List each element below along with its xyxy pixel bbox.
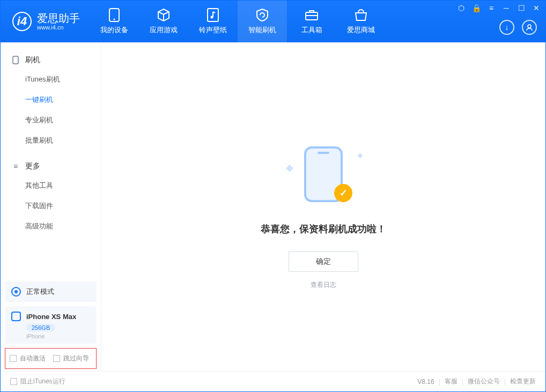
- phone-icon: [107, 8, 121, 22]
- mode-card[interactable]: 正常模式: [5, 282, 97, 302]
- svg-point-1: [114, 19, 115, 20]
- checkbox-skip-guide[interactable]: 跳过向导: [53, 354, 89, 363]
- device-icon: [11, 56, 20, 64]
- toolbox-icon: [305, 8, 319, 22]
- nav-ringtones[interactable]: 铃声壁纸: [188, 1, 238, 42]
- top-nav: 我的设备 应用游戏 铃声壁纸 智能刷机 工具箱 爱思商城: [90, 1, 386, 42]
- nav-label: 工具箱: [301, 25, 322, 35]
- mode-icon: [11, 287, 21, 297]
- nav-label: 智能刷机: [248, 25, 276, 35]
- app-logo: i4 爱思助手 www.i4.cn: [1, 12, 90, 31]
- app-site: www.i4.cn: [37, 24, 80, 31]
- nav-label: 爱思商城: [347, 25, 375, 35]
- success-illustration: ✓: [291, 144, 356, 209]
- view-log-link[interactable]: 查看日志: [311, 280, 336, 290]
- music-file-icon: [206, 8, 220, 22]
- cube-icon: [157, 8, 171, 22]
- success-message: 恭喜您，保资料刷机成功啦！: [261, 223, 386, 235]
- checkbox-auto-activate[interactable]: 自动激活: [10, 354, 46, 363]
- nav-apps-games[interactable]: 应用游戏: [139, 1, 188, 42]
- footer: 阻止iTunes运行 V8.16 | 客服 | 微信公众号 | 检查更新: [1, 371, 545, 391]
- sidebar-item-download-firmware[interactable]: 下载固件: [1, 196, 101, 216]
- sidebar: 刷机 iTunes刷机 一键刷机 专业刷机 批量刷机 ≡ 更多 其他工具 下载固…: [1, 42, 101, 371]
- menu-icon[interactable]: ≡: [486, 4, 496, 12]
- group-title: 刷机: [25, 55, 40, 65]
- main-content: ✓ 恭喜您，保资料刷机成功啦！ 确定 查看日志: [101, 42, 545, 371]
- nav-label: 应用游戏: [150, 25, 178, 35]
- window-controls: ⬡ 🔒 ≡ ─ ☐ ✕: [456, 4, 541, 12]
- mode-label: 正常模式: [26, 287, 54, 297]
- footer-link-update[interactable]: 检查更新: [510, 377, 536, 386]
- download-icon[interactable]: ↓: [499, 20, 514, 35]
- sidebar-item-itunes-flash[interactable]: iTunes刷机: [1, 69, 101, 90]
- device-capacity: 256GB: [26, 324, 55, 331]
- store-icon: [354, 8, 368, 22]
- shirt-icon[interactable]: ⬡: [456, 4, 466, 12]
- list-icon: ≡: [11, 162, 20, 171]
- device-card[interactable]: iPhone XS Max 256GB iPhone: [5, 306, 97, 344]
- sidebar-item-other-tools[interactable]: 其他工具: [1, 175, 101, 196]
- checkmark-badge-icon: ✓: [334, 184, 352, 202]
- device-name: iPhone XS Max: [26, 313, 76, 321]
- device-type: iPhone: [26, 333, 90, 339]
- sidebar-item-pro-flash[interactable]: 专业刷机: [1, 110, 101, 130]
- lock-icon[interactable]: 🔒: [471, 4, 481, 12]
- minimize-button[interactable]: ─: [501, 4, 511, 12]
- sidebar-item-oneclick-flash[interactable]: 一键刷机: [1, 90, 101, 110]
- nav-store[interactable]: 爱思商城: [336, 1, 386, 42]
- header: i4 爱思助手 www.i4.cn 我的设备 应用游戏 铃声壁纸 智能刷机 工具…: [1, 1, 545, 42]
- sidebar-group-more[interactable]: ≡ 更多: [1, 157, 101, 175]
- close-button[interactable]: ✕: [532, 4, 541, 12]
- nav-toolbox[interactable]: 工具箱: [287, 1, 336, 42]
- app-name: 爱思助手: [37, 12, 80, 24]
- svg-point-6: [528, 25, 531, 28]
- svg-point-3: [211, 16, 213, 19]
- footer-link-support[interactable]: 客服: [445, 377, 458, 386]
- user-icon[interactable]: [522, 20, 537, 35]
- header-right-icons: ↓: [499, 20, 537, 35]
- nav-label: 铃声壁纸: [199, 25, 227, 35]
- group-title: 更多: [25, 161, 40, 171]
- refresh-shield-icon: [255, 8, 269, 22]
- sidebar-group-flash[interactable]: 刷机: [1, 51, 101, 69]
- maximize-button[interactable]: ☐: [517, 4, 526, 12]
- footer-link-wechat[interactable]: 微信公众号: [468, 377, 500, 386]
- svg-rect-7: [13, 56, 18, 64]
- highlighted-options: 自动激活 跳过向导: [5, 348, 97, 369]
- nav-label: 我的设备: [100, 25, 128, 35]
- nav-my-device[interactable]: 我的设备: [90, 1, 139, 42]
- device-icon: [11, 312, 21, 321]
- ok-button[interactable]: 确定: [289, 252, 358, 272]
- version-label: V8.16: [417, 378, 434, 386]
- sidebar-item-batch-flash[interactable]: 批量刷机: [1, 130, 101, 151]
- nav-smart-flash[interactable]: 智能刷机: [238, 1, 287, 42]
- logo-icon: i4: [12, 12, 32, 31]
- checkbox-block-itunes[interactable]: 阻止iTunes运行: [10, 377, 65, 386]
- sidebar-item-advanced[interactable]: 高级功能: [1, 216, 101, 236]
